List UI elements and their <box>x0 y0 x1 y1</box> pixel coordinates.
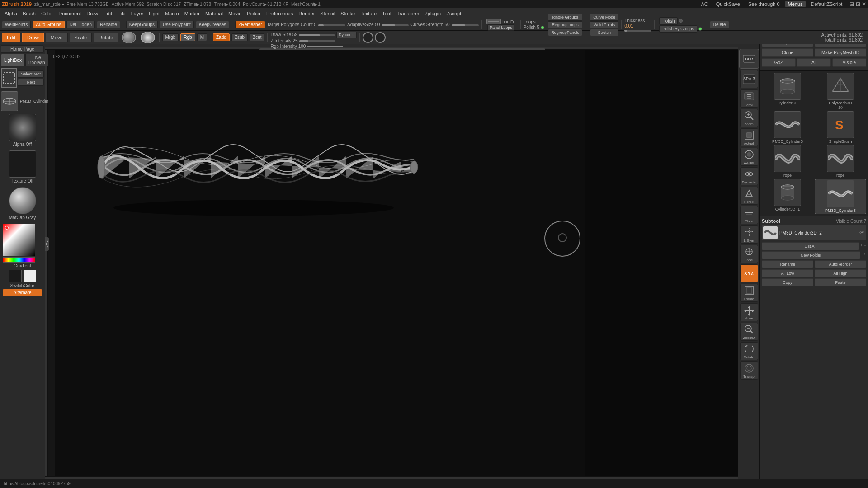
list-all-arrow-up[interactable]: ↑ <box>860 242 863 250</box>
menu-stencil[interactable]: Stencil <box>317 11 338 16</box>
paste-subtool-btn[interactable]: Paste <box>815 278 866 286</box>
weld-points-btn[interactable]: WeldPoints <box>2 21 31 28</box>
weld-points2-btn[interactable]: Weld Points <box>590 21 618 28</box>
texture-preview[interactable] <box>9 150 36 178</box>
menu-zplugin[interactable]: Zplugin <box>422 11 443 16</box>
menu-tool[interactable]: Tool <box>379 11 394 16</box>
tool-pm3d-cyl3-active[interactable]: PM3D_Cylinder3 <box>815 179 866 214</box>
transp-btn[interactable]: Transp <box>740 361 758 380</box>
tool-cylinder3d[interactable]: Cylinder3D <box>762 73 813 110</box>
menu-color[interactable]: Color <box>38 11 56 16</box>
dynamic-view-btn[interactable]: Dynamic <box>740 167 758 185</box>
brush-intensity-dial[interactable] <box>375 32 386 43</box>
live-boolean-tab[interactable]: Live Boolean <box>25 54 48 66</box>
menu-draw[interactable]: Draw <box>84 11 101 16</box>
lsym-btn[interactable]: L.Sym <box>740 225 758 244</box>
menu-transform[interactable]: Transform <box>394 11 422 16</box>
zcut-btn[interactable]: Zcut <box>250 33 264 41</box>
menu-macro[interactable]: Macro <box>162 11 182 16</box>
zadd-btn[interactable]: Zadd <box>213 33 230 41</box>
menus-btn[interactable]: Menus <box>785 1 806 7</box>
del-hidden-btn[interactable]: Del Hidden <box>66 21 95 28</box>
menu-edit[interactable]: Edit <box>101 11 115 16</box>
panel-loops-btn[interactable]: Panel Loops <box>487 24 514 31</box>
tool-rope1[interactable]: rope <box>762 145 813 178</box>
rename-btn[interactable]: Rename <box>97 21 120 28</box>
hue-slider[interactable] <box>3 257 35 263</box>
rotate-view-btn[interactable]: Rotate <box>740 342 758 360</box>
all-high-btn[interactable]: All High <box>815 269 866 277</box>
floor-btn[interactable]: Floor <box>740 206 758 224</box>
tool-rope2[interactable]: rope <box>815 145 866 178</box>
new-folder-arrow[interactable]: → <box>862 251 866 259</box>
zoomd-btn[interactable]: ZoomD <box>740 323 758 341</box>
m-btn[interactable]: M <box>197 33 207 41</box>
frame-btn[interactable]: Frame <box>740 284 758 302</box>
goz-btn[interactable]: GoZ <box>762 58 796 67</box>
menu-render[interactable]: Render <box>296 11 317 16</box>
bpr-btn[interactable]: BPR <box>739 49 759 69</box>
mesh-icon[interactable] <box>1 91 18 111</box>
matcap-preview[interactable] <box>9 187 36 214</box>
visible-btn[interactable]: Visible <box>832 58 866 67</box>
menu-file[interactable]: File <box>115 11 128 16</box>
draw-mode-btn[interactable]: Draw <box>22 33 44 42</box>
tool-polymesh3d[interactable]: PolyMesh3D 10 <box>815 73 866 110</box>
zsub-btn[interactable]: Zsub <box>231 33 248 41</box>
auto-reorder-btn[interactable]: AutoReorder <box>815 260 866 268</box>
rect-label[interactable]: Rect <box>18 79 44 86</box>
actual-btn[interactable]: Actual <box>740 128 758 146</box>
scroll-btn[interactable]: Scroll <box>740 89 758 108</box>
select-rect-btn[interactable] <box>1 68 17 88</box>
color-picker[interactable] <box>3 224 35 256</box>
subtool-item-active[interactable]: PM3D_Cylinder3D_2 👁 <box>762 225 866 240</box>
rename-subtool-btn[interactable]: Rename <box>762 260 813 268</box>
menu-zscript[interactable]: Zscript <box>443 11 464 16</box>
lightbox-tab[interactable]: LightBox <box>1 54 25 66</box>
menu-material[interactable]: Material <box>203 11 226 16</box>
all-btn[interactable]: All <box>797 58 831 67</box>
move-view-btn[interactable]: Move <box>740 303 758 321</box>
polish-dropdown-btn[interactable]: Polish <box>659 17 678 25</box>
copy-subtool-btn[interactable]: Copy <box>762 278 813 286</box>
brush-size-dial[interactable] <box>363 32 373 43</box>
canvas-area[interactable]: 0.923,0/-0.382 <box>45 47 760 479</box>
aahal-btn[interactable]: AAHal <box>740 148 758 166</box>
select-rect-label[interactable]: SelectRect <box>18 70 44 78</box>
menu-picker[interactable]: Picker <box>244 11 264 16</box>
regroup-loops-btn[interactable]: RegroupLoops <box>548 21 582 28</box>
brush-alpha-icon[interactable] <box>141 32 155 43</box>
polish-by-groups-btn[interactable]: Polish By Groups <box>659 25 697 33</box>
curve-mode-btn[interactable]: Curve Mode <box>590 14 618 21</box>
tool-simplebrush[interactable]: S SimpleBrush <box>815 111 866 144</box>
regroup-panels-btn[interactable]: RegroupPanels <box>548 29 582 36</box>
menu-alpha[interactable]: Alpha <box>2 11 20 16</box>
color-swatch-white[interactable] <box>24 270 36 282</box>
home-page-tab[interactable]: Home Page <box>1 45 44 53</box>
use-polypaint-btn[interactable]: Use Polypaint <box>160 21 194 28</box>
alternate-btn[interactable]: Alternate <box>3 289 42 296</box>
menu-stroke[interactable]: Stroke <box>338 11 358 16</box>
menu-light[interactable]: Light <box>146 11 162 16</box>
quick-save-btn[interactable]: QuickSave <box>713 1 743 7</box>
persp-btn[interactable]: Persp <box>740 187 758 205</box>
new-folder-btn[interactable]: New Folder <box>762 251 860 259</box>
make-polymesh3d-btn[interactable]: Make PolyMesh3D <box>815 48 866 57</box>
auto-groups-btn[interactable]: Auto Groups <box>33 21 64 28</box>
rgb-btn[interactable]: Rgb <box>180 33 195 41</box>
delete-btn[interactable]: Delete <box>710 21 729 28</box>
menu-document[interactable]: Document <box>56 11 84 16</box>
keep-creases-btn[interactable]: KeepCreases <box>196 21 230 28</box>
tool-cylinder3d-1[interactable]: Cylinder3D_1 <box>762 179 813 214</box>
edit-mode-btn[interactable]: Edit <box>2 33 20 42</box>
ignore-groups-btn[interactable]: Ignore Groups <box>548 14 582 21</box>
alpha-preview[interactable] <box>9 114 36 141</box>
ac-btn[interactable]: AC <box>698 1 710 7</box>
dynamic-btn[interactable]: Dynamic <box>336 32 357 38</box>
canvas-inner[interactable]: 0.923,0/-0.382 <box>48 50 757 476</box>
color-swatch-black[interactable] <box>9 270 22 282</box>
eye-icon[interactable]: 👁 <box>859 230 865 236</box>
menu-preferences[interactable]: Preferences <box>264 11 296 16</box>
menu-layer[interactable]: Layer <box>128 11 146 16</box>
menu-movie[interactable]: Movie <box>226 11 244 16</box>
